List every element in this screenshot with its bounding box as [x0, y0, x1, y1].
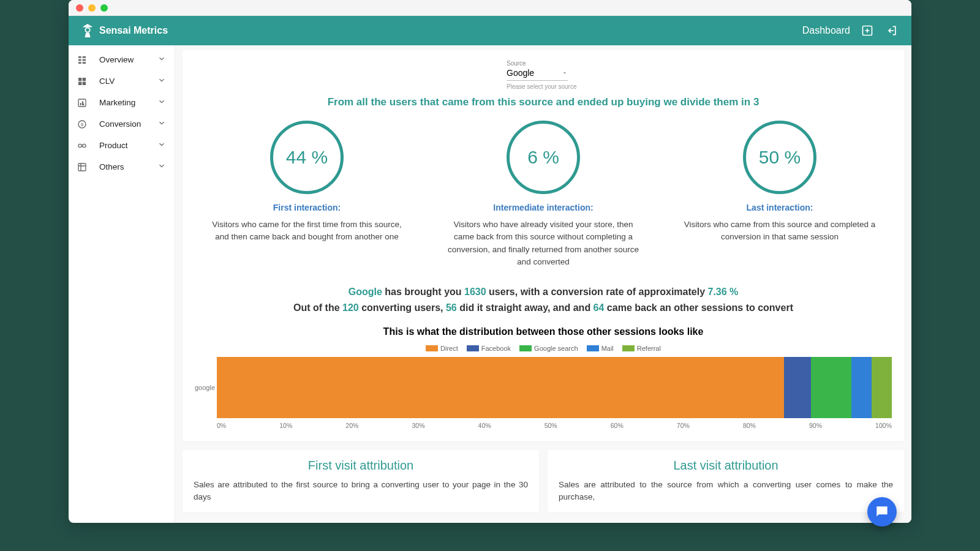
x-tick: 20% — [345, 422, 358, 429]
source-select-value: Google — [507, 68, 534, 78]
last-visit-title: Last visit attribution — [559, 459, 893, 473]
marketing-icon — [76, 98, 88, 108]
last-visit-attribution-card: Last visit attribution Sales are attribu… — [548, 450, 904, 512]
window-close-icon[interactable] — [76, 4, 83, 12]
x-tick: 40% — [478, 422, 491, 429]
svg-rect-7 — [83, 62, 86, 64]
last-interaction-block: 50 % Last interaction: Visitors who came… — [682, 121, 878, 268]
sidebar-item-others[interactable]: Others — [69, 156, 175, 178]
last-interaction-value: 50 % — [759, 147, 801, 168]
sidebar-item-product[interactable]: Product — [69, 135, 175, 156]
summary-text: Google has brought you 1630 users, with … — [268, 284, 819, 315]
legend-item: Mail — [587, 345, 614, 352]
first-visit-title: First visit attribution — [194, 459, 528, 473]
intermediate-interaction-desc: Visitors who have already visited your s… — [445, 219, 641, 268]
first-interaction-block: 44 % First interaction: Visitors who cam… — [209, 121, 405, 268]
x-tick: 50% — [545, 422, 557, 429]
bar-segment-facebook — [784, 357, 811, 418]
source-hint: Please select your source — [507, 83, 580, 90]
legend-item: Direct — [426, 345, 458, 352]
svg-rect-6 — [83, 59, 86, 61]
source-analysis-card: Source Google Please select your source … — [183, 50, 904, 441]
chevron-down-icon — [157, 162, 166, 172]
dashboard-link[interactable]: Dashboard — [802, 25, 850, 36]
sidebar-item-label: Overview — [99, 55, 134, 64]
last-interaction-ring: 50 % — [743, 121, 816, 194]
svg-point-19 — [83, 144, 86, 147]
chart-x-axis: 0%10%20%30%40%50%60%70%80%90%100% — [195, 422, 892, 429]
app-bar: Sensai Metrics Dashboard — [69, 16, 911, 45]
svg-rect-9 — [83, 78, 86, 81]
chevron-down-icon — [157, 140, 166, 151]
svg-point-0 — [85, 28, 89, 32]
svg-rect-20 — [78, 163, 86, 171]
first-visit-attribution-card: First visit attribution Sales are attrib… — [183, 450, 539, 512]
svg-rect-15 — [83, 103, 84, 105]
sidebar-item-marketing[interactable]: Marketing — [69, 92, 175, 113]
x-tick: 0% — [217, 422, 226, 429]
clv-icon — [76, 77, 88, 86]
last-interaction-desc: Visitors who came from this source and c… — [682, 219, 878, 244]
chat-launcher[interactable] — [867, 497, 897, 527]
first-interaction-desc: Visitors who came for the first time fro… — [209, 219, 405, 244]
legend-item: Facebook — [467, 345, 511, 352]
add-widget-icon[interactable] — [860, 23, 875, 38]
sidebar-item-label: Marketing — [99, 98, 135, 107]
last-visit-body: Sales are attributed to the source from … — [559, 479, 893, 504]
svg-rect-2 — [78, 56, 81, 58]
intermediate-interaction-block: 6 % Intermediate interaction: Visitors w… — [445, 121, 641, 268]
chevron-down-icon — [157, 54, 166, 65]
x-tick: 90% — [809, 422, 822, 429]
bar-segment-google-search — [811, 357, 851, 418]
sidebar-item-label: Product — [99, 141, 128, 150]
logout-icon[interactable] — [884, 23, 899, 38]
source-field-label: Source — [507, 60, 580, 67]
brand-name: Sensai Metrics — [99, 25, 168, 36]
bar-segment-direct — [217, 357, 784, 418]
intermediate-interaction-value: 6 % — [527, 147, 559, 168]
svg-point-18 — [78, 144, 81, 147]
chat-icon — [874, 504, 890, 520]
first-interaction-title: First interaction: — [209, 203, 405, 212]
source-select[interactable]: Google — [507, 67, 568, 81]
first-interaction-ring: 44 % — [270, 121, 344, 194]
x-tick: 30% — [412, 422, 424, 429]
window-minimize-icon[interactable] — [88, 4, 96, 12]
svg-rect-5 — [83, 56, 86, 58]
conversion-icon: $ — [76, 119, 88, 129]
brand: Sensai Metrics — [81, 23, 168, 39]
svg-rect-13 — [80, 103, 81, 105]
chevron-down-icon — [157, 97, 166, 108]
distribution-chart: google — [195, 357, 892, 418]
sidebar-item-label: CLV — [99, 77, 115, 86]
intermediate-interaction-ring: 6 % — [507, 121, 580, 194]
distribution-title: This is what the distribution between th… — [195, 326, 892, 337]
first-visit-body: Sales are attributed to the first source… — [194, 479, 528, 504]
sidebar: Overview CLV Marketing $ Conversion Prod… — [69, 45, 175, 523]
legend-item: Referral — [622, 345, 661, 352]
window-zoom-icon[interactable] — [100, 4, 108, 12]
brand-logo-icon — [81, 23, 94, 39]
svg-rect-4 — [78, 62, 81, 64]
svg-rect-8 — [78, 78, 81, 81]
product-icon — [76, 141, 88, 151]
bar-segment-mail — [851, 357, 872, 418]
sidebar-item-overview[interactable]: Overview — [69, 49, 175, 70]
intermediate-interaction-title: Intermediate interaction: — [445, 203, 641, 212]
x-tick: 70% — [677, 422, 690, 429]
sidebar-item-label: Conversion — [99, 119, 141, 129]
sidebar-item-label: Others — [99, 162, 124, 171]
others-icon — [76, 162, 88, 172]
chevron-down-icon — [157, 76, 166, 86]
chart-y-category: google — [195, 384, 217, 391]
sidebar-item-conversion[interactable]: $ Conversion — [69, 113, 175, 135]
overview-icon — [76, 55, 88, 65]
x-tick: 80% — [743, 422, 756, 429]
x-tick: 60% — [611, 422, 624, 429]
legend-item: Google search — [519, 345, 578, 352]
sidebar-item-clv[interactable]: CLV — [69, 70, 175, 92]
dropdown-icon — [562, 70, 568, 76]
svg-rect-3 — [78, 59, 81, 61]
bar-segment-referral — [872, 357, 892, 418]
svg-rect-11 — [83, 81, 86, 84]
